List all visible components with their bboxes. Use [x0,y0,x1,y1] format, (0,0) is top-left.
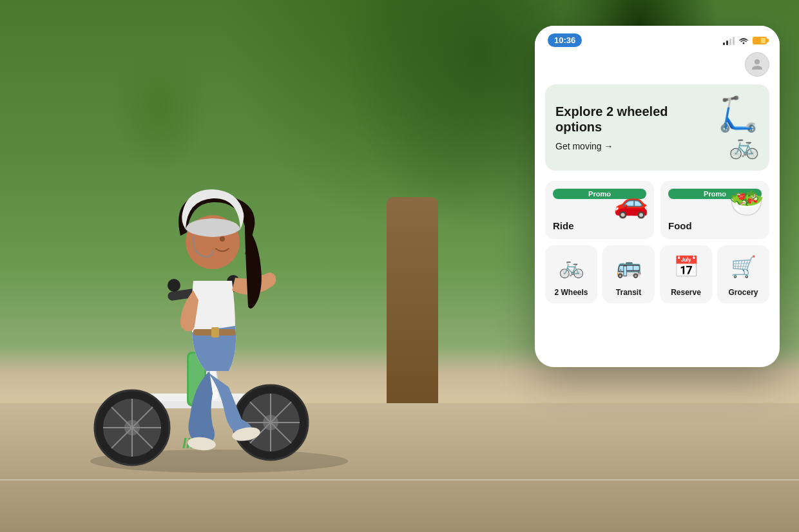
user-icon [749,57,765,72]
svg-point-31 [743,42,745,44]
service-card-2wheels[interactable]: 🚲 2 Wheels [545,245,597,303]
transit-icon: 🚌 [616,254,642,279]
ride-icon: 🚗 [613,186,649,220]
status-bar: 10:36 [535,26,780,52]
avatar[interactable] [745,52,769,77]
phone-ui: 10:36 [535,26,780,367]
service-card-grocery[interactable]: 🛒 Grocery [717,245,769,303]
status-icons [723,36,767,45]
banner-card[interactable]: Explore 2 wheeledoptions Get moving → 🛴 … [545,84,769,171]
avatar-row [545,52,769,77]
svg-point-32 [755,59,760,64]
services-grid-bottom: 🚲 2 Wheels 🚌 Transit 📅 Reserve 🛒 Grocery [545,245,769,303]
food-icon: 🥗 [729,186,764,220]
service-card-ride[interactable]: Promo 🚗 Ride [545,181,654,239]
banner-text: Explore 2 wheeledoptions Get moving → [555,104,668,151]
grocery-icon: 🛒 [731,254,756,279]
battery-fill [754,38,761,43]
service-card-food[interactable]: Promo 🥗 Food [660,181,769,239]
services-grid-top: Promo 🚗 Ride Promo 🥗 Food [545,181,769,239]
bike-image: 🚲 [729,133,759,158]
service-card-reserve[interactable]: 📅 Reserve [660,245,712,303]
banner-title: Explore 2 wheeledoptions [555,104,668,135]
battery-icon [753,37,767,44]
banner-cta[interactable]: Get moving → [555,141,668,151]
phone-content: Explore 2 wheeledoptions Get moving → 🛴 … [535,52,780,361]
reserve-label: Reserve [671,288,701,297]
scooter-image: 🛴 [717,97,759,131]
svg-point-6 [168,279,180,292]
wifi-icon [738,37,749,44]
ride-label: Ride [553,220,574,231]
status-time: 10:36 [548,33,582,47]
reserve-icon: 📅 [673,254,699,279]
svg-point-30 [220,236,225,242]
banner-images: 🛴 🚲 [717,97,759,158]
grocery-label: Grocery [728,288,758,297]
service-card-transit[interactable]: 🚌 Transit [602,245,655,303]
signal-icon [723,36,735,45]
transit-label: Transit [616,288,641,297]
food-label: Food [668,220,692,231]
svg-rect-28 [211,327,219,337]
2wheels-icon: 🚲 [559,254,584,279]
rider-figure: lime [19,36,419,474]
road-line [0,479,799,480]
2wheels-label: 2 Wheels [554,288,588,297]
